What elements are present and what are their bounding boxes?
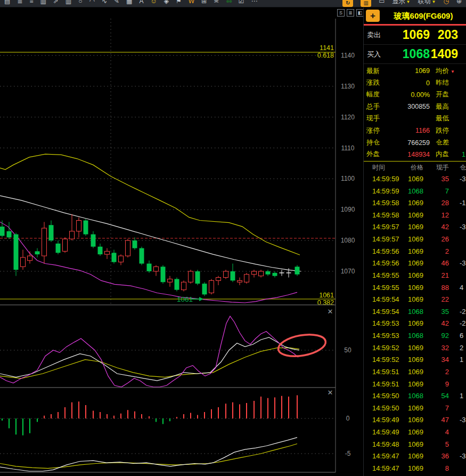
- info-label: 外盘: [364, 150, 388, 159]
- tape-volume: 9: [423, 380, 449, 388]
- tape-row: 14:59:4910694: [364, 426, 466, 438]
- scale-icon[interactable]: ≍: [214, 0, 219, 7]
- tape-time: 14:59:50: [364, 392, 402, 400]
- chevron-down-icon[interactable]: ▼: [451, 69, 455, 74]
- quote-info-row: 最新1069均价▼: [364, 65, 466, 77]
- emoji-tool-icon[interactable]: ☺: [150, 0, 157, 7]
- tape-price: 1069: [402, 271, 423, 279]
- marker-tool-icon[interactable]: ◈: [164, 0, 169, 7]
- info-label: 最新: [364, 67, 388, 76]
- tape-row: 14:59:501068541: [364, 390, 466, 402]
- volume-bars-icon[interactable]: ▥: [40, 0, 46, 7]
- tape-oi-change: 1: [449, 356, 466, 364]
- price-axis-label: 1140: [341, 52, 355, 59]
- clock-icon[interactable]: ◷: [443, 0, 448, 7]
- annotation-arrowhead: [199, 297, 203, 301]
- info-value: 0.00%: [388, 91, 430, 99]
- tape-row: 14:59:4810695: [364, 438, 466, 450]
- tape-row: 14:59:57106926: [364, 233, 466, 245]
- tape-volume: 26: [423, 235, 449, 243]
- alert-bell-icon[interactable]: ⚑: [176, 0, 182, 7]
- kline-icon[interactable]: ▥: [66, 0, 71, 7]
- tape-time: 14:59:56: [364, 247, 402, 255]
- split-layout-icon[interactable]: ◧: [356, 9, 364, 17]
- tape-row: 14:59:521069322: [364, 342, 466, 354]
- candle-body: [216, 278, 221, 281]
- ellipse-annotation[interactable]: [276, 331, 327, 359]
- overlay-icon[interactable]: ≡: [29, 0, 33, 7]
- tape-time: 14:59:54: [364, 308, 402, 316]
- wave-tool-icon[interactable]: ∿: [102, 0, 107, 7]
- quote-info-row: 涨停1166跌停: [364, 125, 466, 136]
- globe-icon[interactable]: ⊕: [456, 0, 462, 7]
- tape-volume: 92: [423, 332, 449, 340]
- tape-time: 14:59:57: [364, 235, 402, 243]
- quote-info-row: 外盘148934内盘1: [364, 149, 466, 160]
- candle-body: [77, 221, 81, 231]
- pencil-tool-icon[interactable]: ✎: [114, 0, 119, 7]
- tape-oi-change: -3: [449, 452, 466, 460]
- trend-line-icon[interactable]: ⇗: [53, 0, 59, 7]
- price-axis-label: 1070: [341, 268, 355, 275]
- tape-row: 14:59:531068926: [364, 329, 466, 342]
- tape-price: 1069: [402, 235, 423, 243]
- tape-time: 14:59:57: [364, 223, 402, 231]
- tape-time: 14:59:55: [364, 271, 402, 279]
- tape-price: 1068: [402, 308, 423, 316]
- candle-body: [126, 240, 130, 256]
- tape-oi-change: 1: [449, 392, 466, 400]
- kdj-d-line: [0, 348, 299, 378]
- compare-chart-icon[interactable]: ≣: [17, 0, 22, 7]
- macd-dea-line: [0, 444, 297, 469]
- tape-volume: 35: [423, 308, 449, 316]
- arc-tool-icon[interactable]: ◠: [89, 0, 94, 7]
- table-icon[interactable]: ⊞: [201, 0, 207, 7]
- candle-body: [35, 251, 40, 254]
- candle-body: [42, 228, 47, 256]
- tape-volume: 47: [423, 416, 449, 424]
- ask-row[interactable]: 卖出 1069 203: [364, 26, 466, 45]
- candle-body: [7, 231, 12, 238]
- display-menu-label: 显示: [393, 0, 405, 5]
- dual-circles-icon[interactable]: ●●: [226, 0, 232, 7]
- text-tool-icon[interactable]: A: [139, 0, 143, 7]
- candle-body: [295, 267, 300, 274]
- chart-type-icon[interactable]: ▤: [4, 0, 10, 7]
- tape-volume: 4: [423, 428, 449, 436]
- candle-body: [189, 271, 193, 282]
- more-icon[interactable]: ⋯: [251, 0, 257, 7]
- close-icon[interactable]: ✕: [326, 389, 334, 397]
- bid-row[interactable]: 买入 1068 1409: [364, 45, 466, 64]
- tape-row: 14:59:5610692: [364, 245, 466, 257]
- info-label: 总手: [364, 102, 388, 111]
- tape-row: 14:59:5110692: [364, 366, 466, 378]
- candlestick-chart[interactable]: 1140113011201110110010901080107011410.61…: [0, 0, 363, 476]
- price-axis-label: 1090: [341, 206, 355, 213]
- tape-volume: 88: [423, 284, 449, 292]
- candle-body: [119, 256, 124, 262]
- add-instrument-button[interactable]: +: [366, 10, 380, 22]
- stats-button[interactable]: ▥: [361, 0, 371, 7]
- circle-tool-icon[interactable]: ○: [78, 0, 82, 7]
- tape-row: 14:59:57106942-3: [364, 221, 466, 233]
- wenhua-logo-icon[interactable]: W: [189, 0, 194, 7]
- candle-body: [0, 227, 5, 236]
- tape-time: 14:59:59: [364, 187, 402, 195]
- tape-price: 1069: [402, 284, 423, 292]
- display-menu[interactable]: 显示▼: [393, 0, 411, 7]
- bid-label: 买入: [367, 50, 387, 59]
- tape-volume: 32: [423, 344, 449, 352]
- tape-time: 14:59:51: [364, 380, 402, 388]
- tape-time: 14:59:50: [364, 404, 402, 412]
- style-s-icon[interactable]: S: [337, 9, 345, 17]
- replay-button[interactable]: ↻: [342, 0, 353, 7]
- grid-tool-icon[interactable]: ▦: [126, 0, 132, 7]
- tape-price: 1069: [402, 199, 423, 207]
- link-menu[interactable]: 联动▼: [418, 0, 436, 7]
- monitor-icon[interactable]: ▭: [379, 0, 385, 7]
- checkbox-icon[interactable]: ☑: [239, 0, 244, 7]
- info-label: 开盘: [430, 90, 449, 99]
- close-icon[interactable]: ✕: [326, 308, 334, 316]
- price-axis-label: 1080: [341, 237, 355, 244]
- list-layout-icon[interactable]: ≣: [347, 9, 354, 17]
